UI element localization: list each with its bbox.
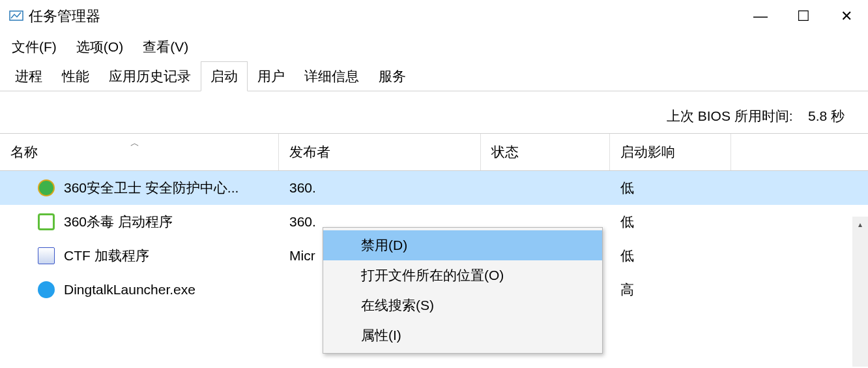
- process-impact: 低: [610, 247, 731, 265]
- table-row[interactable]: 360安全卫士 安全防护中心... 360. 低: [0, 171, 868, 205]
- process-icon: [38, 213, 55, 230]
- tab-users[interactable]: 用户: [248, 61, 295, 91]
- column-impact-label: 启动影响: [620, 143, 675, 161]
- process-name: 360杀毒 启动程序: [64, 213, 173, 231]
- process-publisher: 360.: [279, 180, 481, 196]
- tab-startup[interactable]: 启动: [201, 61, 248, 91]
- app-icon: [9, 9, 23, 23]
- tab-services[interactable]: 服务: [369, 61, 416, 91]
- context-disable-label: 禁用(D): [361, 236, 407, 254]
- menu-bar: 文件(F) 选项(O) 查看(V): [0, 33, 868, 61]
- tab-bar: 进程 性能 应用历史记录 启动 用户 详细信息 服务: [0, 61, 868, 91]
- context-open-location-label: 打开文件所在的位置(O): [361, 266, 504, 284]
- minimize-icon: —: [753, 8, 768, 25]
- tab-performance[interactable]: 性能: [52, 61, 99, 91]
- menu-options[interactable]: 选项(O): [74, 37, 126, 57]
- process-icon: [38, 247, 55, 264]
- menu-view[interactable]: 查看(V): [140, 37, 191, 57]
- process-impact: 低: [610, 179, 731, 197]
- bios-time-line: 上次 BIOS 所用时间: 5.8 秒: [0, 91, 868, 133]
- table-header: ︿ 名称 发布者 状态 启动影响: [0, 133, 868, 171]
- process-icon: [38, 179, 55, 196]
- context-open-file-location[interactable]: 打开文件所在的位置(O): [323, 260, 602, 290]
- sort-caret-icon: ︿: [130, 138, 139, 149]
- minimize-button[interactable]: —: [739, 0, 782, 33]
- column-header-publisher[interactable]: 发布者: [279, 134, 481, 170]
- column-header-name[interactable]: 名称: [0, 134, 279, 170]
- context-properties-label: 属性(I): [361, 326, 401, 345]
- process-name: 360安全卫士 安全防护中心...: [64, 179, 239, 197]
- close-icon: ✕: [841, 8, 852, 25]
- column-header-impact[interactable]: 启动影响: [610, 134, 731, 170]
- tab-details[interactable]: 详细信息: [295, 61, 369, 91]
- context-search-online[interactable]: 在线搜索(S): [323, 290, 602, 320]
- column-publisher-label: 发布者: [289, 143, 330, 161]
- bios-time-label: 上次 BIOS 所用时间:: [667, 108, 793, 123]
- process-icon: [38, 281, 55, 298]
- scroll-up-icon[interactable]: ▴: [852, 217, 868, 232]
- context-disable[interactable]: 禁用(D): [323, 230, 602, 260]
- tab-app-history[interactable]: 应用历史记录: [99, 61, 201, 91]
- process-name: CTF 加载程序: [64, 247, 149, 265]
- maximize-button[interactable]: ☐: [782, 0, 825, 33]
- context-properties[interactable]: 属性(I): [323, 320, 602, 350]
- title-bar: 任务管理器: [0, 0, 868, 33]
- maximize-icon: ☐: [797, 8, 810, 25]
- column-status-label: 状态: [491, 143, 519, 161]
- bios-time-value: 5.8 秒: [808, 108, 845, 123]
- context-search-online-label: 在线搜索(S): [361, 296, 434, 314]
- menu-file[interactable]: 文件(F): [9, 37, 59, 57]
- vertical-scrollbar[interactable]: ▴: [852, 217, 868, 367]
- process-impact: 高: [610, 281, 731, 299]
- process-impact: 低: [610, 213, 731, 231]
- window-title: 任务管理器: [29, 7, 100, 26]
- context-menu: 禁用(D) 打开文件所在的位置(O) 在线搜索(S) 属性(I): [323, 227, 603, 354]
- tab-processes[interactable]: 进程: [5, 61, 52, 91]
- close-button[interactable]: ✕: [825, 0, 868, 33]
- column-name-label: 名称: [10, 143, 38, 161]
- process-name: DingtalkLauncher.exe: [64, 282, 195, 298]
- column-header-status[interactable]: 状态: [481, 134, 610, 170]
- window-controls: — ☐ ✕: [739, 0, 868, 33]
